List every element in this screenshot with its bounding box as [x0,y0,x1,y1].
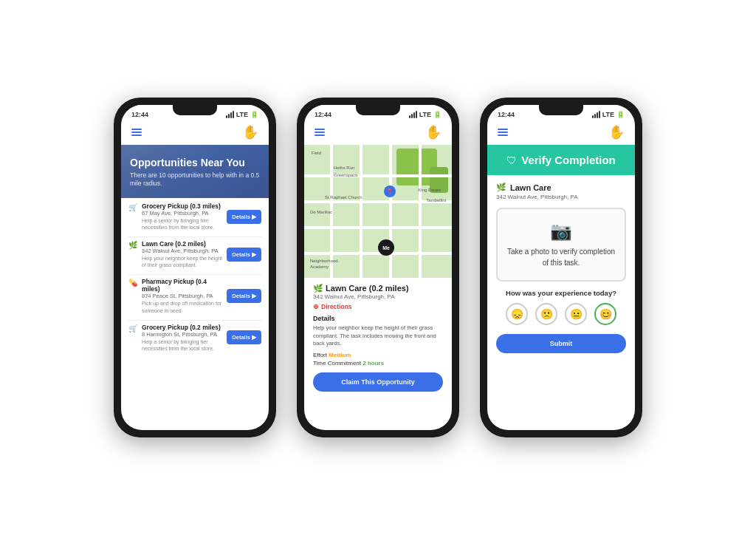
directions-label: Directions [321,303,352,310]
app-logo-1: ✋ [242,124,258,140]
phone-2: 12:44 LTE 🔋 ✋ [297,98,459,437]
opp-address-1: 67 May Ave, Pittsburgh, PA [142,210,222,217]
verify-task-address: 342 Walnut Ave, Pittsburgh, PA [496,194,626,200]
emoji-rating-row: 😞 🙁 😐 😊 [496,303,626,325]
details-button-2[interactable]: Details [227,248,261,262]
map-label-tambellini: Tambellini [426,198,446,202]
map-road-v3 [389,145,392,278]
detail-address: 342 Walnut Ave, Pittsburgh, PA [313,293,443,300]
phone-3: 12:44 LTE 🔋 ✋ [480,98,642,437]
effort-value: Medium [329,352,351,358]
map-grid: Field Heths Run Greenspace King Estate D… [304,145,452,278]
map-road-v4 [419,145,422,278]
hamburger-menu-3[interactable] [498,129,508,136]
details-button-1[interactable]: Details [227,210,261,224]
signal-bars-1 [226,111,234,118]
app-logo-2: ✋ [425,124,441,140]
verify-task-title: 🌿 Lawn Care [496,183,626,192]
list-item: 💊 Pharmacy Pickup (0.4 miles) 874 Peace … [128,278,261,313]
map-me-pin: Me [378,239,394,256]
verify-header: 🛡 Verify Completion [487,145,635,175]
map-road-h3 [304,226,452,229]
hero-subtitle: There are 10 opportunities to help with … [130,171,260,188]
bar2 [228,114,230,118]
time-meta: Time Commitment 2 hours [313,360,443,367]
nav-bar-2: ✋ [304,121,452,145]
opp-title-4: Grocery Pickup (0.2 miles) [142,324,222,331]
map-label-neighborhood: Neighborhood [310,259,338,263]
opp-address-2: 342 Walnut Ave, Pittsburgh, PA [142,248,222,254]
hamburger-menu-1[interactable] [131,129,142,136]
hero-section: Opportunities Near You There are 10 oppo… [121,145,269,198]
status-right-2: LTE 🔋 [409,111,441,118]
map-label-field: Field [312,151,321,155]
submit-button[interactable]: Submit [496,334,626,353]
opp-title-2: Lawn Care (0.2 miles) [142,240,222,248]
signal-bars-3 [592,111,600,118]
camera-icon: 📷 [550,221,572,242]
opp-title-3: Pharmacy Pickup (0.4 miles) [142,278,222,293]
bar1 [226,115,227,118]
divider-1 [128,236,261,237]
phone-1: 12:44 LTE 🔋 ✋ [114,98,276,437]
list-item: 🛒 Grocery Pickup (0.3 miles) 67 May Ave,… [128,202,261,231]
opportunity-list: 🛒 Grocery Pickup (0.3 miles) 67 May Ave,… [121,198,269,430]
opp-title-1: Grocery Pickup (0.3 miles) [142,202,222,210]
opp-desc-3: Pick up and drop off medication for some… [142,300,222,313]
effort-meta: Effort Medium [313,352,443,358]
opp-desc-4: Help a senior by bringing her necessitie… [142,338,222,352]
divider-3 [128,320,261,321]
map-label-church: St Raphael Church [325,195,362,200]
lawn-icon-detail: 🌿 [313,284,326,293]
app-logo-3: ✋ [608,124,625,140]
opp-address-3: 874 Peace St, Pittsburgh, PA [142,293,222,299]
list-item: 🛒 Grocery Pickup (0.2 miles) 8 Harringto… [128,324,261,352]
status-time-3: 12:44 [498,111,515,118]
emoji-button-3[interactable]: 😐 [565,303,587,325]
bar3 [597,112,598,118]
photo-upload-box[interactable]: 📷 Take a photo to verify completion of t… [496,208,626,282]
phone-notch-3 [539,105,583,115]
lte-label-1: LTE [236,111,248,118]
detail-title: 🌿 Lawn Care (0.2 miles) [313,284,443,293]
map-road-v2 [360,145,362,278]
grocery-icon-1: 🛒 [128,203,137,211]
bar1 [592,115,594,118]
directions-link[interactable]: ⊕ Directions [313,303,443,310]
lte-label-2: LTE [419,111,431,118]
effort-label: Effort [313,352,327,358]
claim-button[interactable]: Claim This Opportunity [313,372,443,392]
lawn-icon-1: 🌿 [128,241,137,249]
phone-notch-2 [356,105,400,115]
opp-content-1: Grocery Pickup (0.3 miles) 67 May Ave, P… [142,202,222,231]
map-label-king: King Estate [418,188,441,192]
divider-2 [128,274,261,275]
details-button-3[interactable]: Details [227,289,261,303]
emoji-button-2[interactable]: 🙁 [535,303,557,325]
bar2 [411,114,413,118]
emoji-button-1[interactable]: 😞 [506,303,528,325]
opp-desc-2: Help your neighbor keep the height of th… [142,255,222,268]
map-label-demar: De Marillac [310,210,332,214]
emoji-button-4[interactable]: 😊 [594,303,616,325]
hero-title: Opportunities Near You [130,157,260,168]
nav-bar-3: ✋ [487,121,635,145]
map-area: Field Heths Run Greenspace King Estate D… [304,145,452,278]
bar2 [594,114,596,118]
bar1 [409,115,410,118]
pharmacy-icon-1: 💊 [128,279,137,287]
verify-body: 🌿 Lawn Care 342 Walnut Ave, Pittsburgh, … [487,175,635,430]
bar4 [233,111,234,118]
details-button-4[interactable]: Details [227,330,261,344]
map-label-green: Greenspace [334,173,358,177]
opp-content-4: Grocery Pickup (0.2 miles) 8 Harrington … [142,324,222,352]
screenshot-container: 12:44 LTE 🔋 ✋ [0,0,756,535]
hamburger-menu-2[interactable] [315,129,325,136]
battery-icon-3: 🔋 [616,111,625,118]
status-right-3: LTE 🔋 [592,111,625,118]
photo-instruction: Take a photo to verify completion of thi… [505,246,617,268]
opp-desc-1: Help a senior by bringing him necessitie… [142,217,222,231]
time-value: 2 hours [362,360,384,367]
lawn-icon-verify: 🌿 [496,183,506,192]
experience-label: How was your experience today? [496,289,626,297]
